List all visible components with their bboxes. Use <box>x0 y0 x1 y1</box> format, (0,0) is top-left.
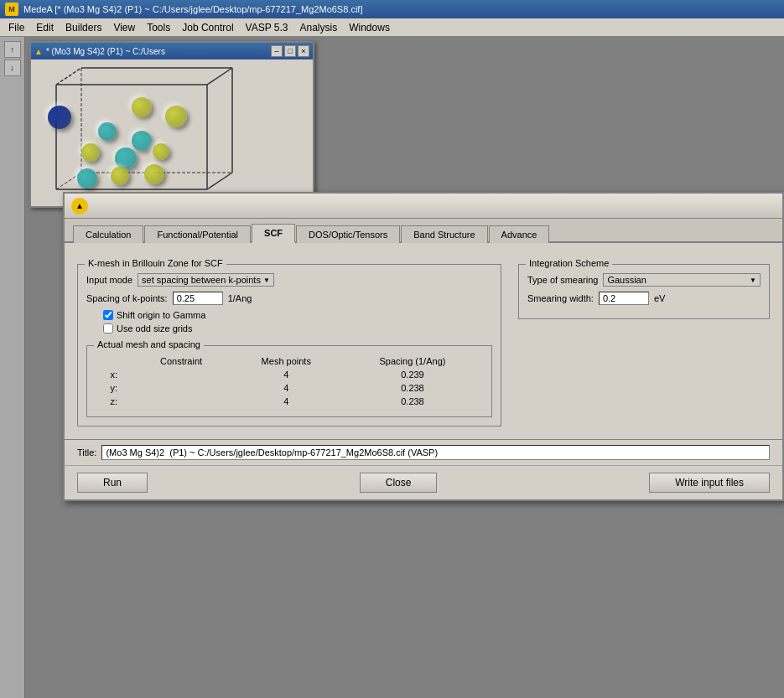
mesh-table-row: y: 4 0.238 <box>96 381 483 395</box>
menu-file[interactable]: File <box>3 20 29 35</box>
odd-size-checkbox[interactable] <box>103 323 113 333</box>
spacing-input[interactable] <box>173 292 223 305</box>
smearing-width-input[interactable] <box>599 292 649 305</box>
spacing-label: Spacing of k-points: <box>86 293 168 303</box>
menu-jobcontrol[interactable]: Job Control <box>177 20 238 35</box>
atom-7 <box>153 143 169 160</box>
menu-vasp[interactable]: VASP 5.3 <box>241 20 293 35</box>
dialog-logo: ▲ <box>71 198 88 215</box>
kmesh-group-title: K-mesh in Brillouin Zone for SCF <box>85 258 226 268</box>
tab-bandstructure[interactable]: Band Structure <box>401 225 487 243</box>
mesh-spacing-1: 0.238 <box>342 381 483 395</box>
mesh-axis-2: z: <box>96 395 132 408</box>
mesh-table: Constraint Mesh points Spacing (1/Ang) x… <box>96 354 483 408</box>
shift-origin-label: Shift origin to Gamma <box>117 310 205 320</box>
tabs-container: Calculation Functional/Potential SCF DOS… <box>65 219 782 243</box>
main-area: ↑ ↓ ▲ * (Mo3 Mg S4)2 (P1) ~ C:/Users – □… <box>0 37 784 698</box>
col-header-constraint: Constraint <box>132 354 230 368</box>
title-label: Title: <box>77 447 96 458</box>
child-window: ▲ * (Mo3 Mg S4)2 (P1) ~ C:/Users – □ × <box>29 41 314 208</box>
title-input[interactable] <box>101 445 770 460</box>
main-title-text: MedeA [* (Mo3 Mg S4)2 (P1) ~ C:/Users/jg… <box>23 4 779 14</box>
smearing-type-arrow: ▼ <box>750 277 756 284</box>
tab-dos[interactable]: DOS/Optic/Tensors <box>296 225 400 243</box>
child-title-icon: ▲ <box>34 47 43 56</box>
spacing-unit: 1/Ang <box>228 293 252 303</box>
close-button[interactable]: × <box>298 45 309 57</box>
menu-view[interactable]: View <box>108 20 140 35</box>
run-button[interactable]: Run <box>77 473 148 493</box>
menu-edit[interactable]: Edit <box>31 20 59 35</box>
mesh-spacing-0: 0.239 <box>342 368 483 381</box>
side-btn-1[interactable]: ↑ <box>4 41 21 58</box>
atom-9 <box>111 167 129 185</box>
actual-mesh-title: Actual mesh and spacing <box>94 339 204 349</box>
col-header-spacing: Spacing (1/Ang) <box>342 354 483 368</box>
title-row: Title: <box>65 439 782 465</box>
smearing-width-unit: eV <box>654 293 665 303</box>
mesh-constraint-1 <box>132 381 230 395</box>
side-btn-2[interactable]: ↓ <box>4 59 21 76</box>
spacing-row: Spacing of k-points: 1/Ang <box>86 292 492 305</box>
input-mode-dropdown[interactable]: set spacing between k-points ▼ <box>138 273 274 287</box>
atom-5 <box>81 143 100 162</box>
atom-10 <box>144 164 164 184</box>
dialog-panel: ▲ Calculation Functional/Potential SCF D… <box>63 192 784 501</box>
action-buttons: Run Close Write input files <box>65 465 782 499</box>
input-mode-label: Input mode <box>86 275 132 285</box>
shift-origin-row: Shift origin to Gamma <box>86 310 492 320</box>
tab-functional[interactable]: Functional/Potential <box>144 225 251 243</box>
actual-mesh-group: Actual mesh and spacing Constraint Mesh … <box>86 345 492 417</box>
mesh-table-row: x: 4 0.239 <box>96 368 483 381</box>
integration-group: Integration Scheme Type of smearing Gaus… <box>518 264 770 319</box>
smearing-width-row: Smearing width: eV <box>527 292 761 305</box>
menu-bar: File Edit Builders View Tools Job Contro… <box>0 18 784 37</box>
smearing-width-label: Smearing width: <box>527 293 594 303</box>
mesh-points-2: 4 <box>231 395 342 408</box>
menu-tools[interactable]: Tools <box>142 20 175 35</box>
left-panel: K-mesh in Brillouin Zone for SCF Input m… <box>77 256 501 427</box>
col-header-meshpoints: Mesh points <box>231 354 342 368</box>
child-title-bar: ▲ * (Mo3 Mg S4)2 (P1) ~ C:/Users – □ × <box>31 43 313 59</box>
app-icon: M <box>5 3 18 16</box>
dialog-header: ▲ <box>65 194 782 219</box>
atom-container <box>31 59 313 206</box>
smearing-type-dropdown[interactable]: Gaussian ▼ <box>603 273 761 287</box>
input-mode-row: Input mode set spacing between k-points … <box>86 273 492 287</box>
child-content <box>31 59 313 206</box>
mesh-table-row: z: 4 0.238 <box>96 395 483 408</box>
mesh-spacing-2: 0.238 <box>342 395 483 408</box>
right-panel: Integration Scheme Type of smearing Gaus… <box>518 256 770 427</box>
tab-calculation[interactable]: Calculation <box>73 225 143 243</box>
mesh-points-1: 4 <box>231 381 342 395</box>
child-title-text: * (Mo3 Mg S4)2 (P1) ~ C:/Users <box>46 47 267 56</box>
mesh-points-0: 4 <box>231 368 342 381</box>
mesh-axis-0: x: <box>96 368 132 381</box>
tab-advanced[interactable]: Advance <box>489 225 550 243</box>
menu-analysis[interactable]: Analysis <box>295 20 343 35</box>
atom-2 <box>165 106 187 127</box>
integration-group-title: Integration Scheme <box>526 258 612 268</box>
main-title-bar: M MedeA [* (Mo3 Mg S4)2 (P1) ~ C:/Users/… <box>0 0 784 18</box>
shift-origin-checkbox[interactable] <box>103 310 113 320</box>
mesh-axis-1: y: <box>96 381 132 395</box>
menu-windows[interactable]: Windows <box>344 20 395 35</box>
child-window-controls: – □ × <box>271 45 309 57</box>
side-panel: ↑ ↓ <box>0 37 25 698</box>
smearing-type-row: Type of smearing Gaussian ▼ <box>527 273 761 287</box>
kmesh-group: K-mesh in Brillouin Zone for SCF Input m… <box>77 264 501 427</box>
menu-builders[interactable]: Builders <box>60 20 106 35</box>
write-input-files-button[interactable]: Write input files <box>649 473 770 493</box>
atom-1 <box>132 97 152 117</box>
minimize-button[interactable]: – <box>271 45 283 57</box>
col-header-axis <box>96 354 132 368</box>
smearing-type-label: Type of smearing <box>527 275 598 285</box>
tab-scf[interactable]: SCF <box>252 224 295 243</box>
dialog-body: K-mesh in Brillouin Zone for SCF Input m… <box>65 243 782 439</box>
restore-button[interactable]: □ <box>284 45 296 57</box>
atom-3 <box>98 122 117 141</box>
atom-4 <box>132 131 152 151</box>
atom-0 <box>48 106 71 129</box>
close-button[interactable]: Close <box>360 473 438 493</box>
mesh-constraint-0 <box>132 368 230 381</box>
